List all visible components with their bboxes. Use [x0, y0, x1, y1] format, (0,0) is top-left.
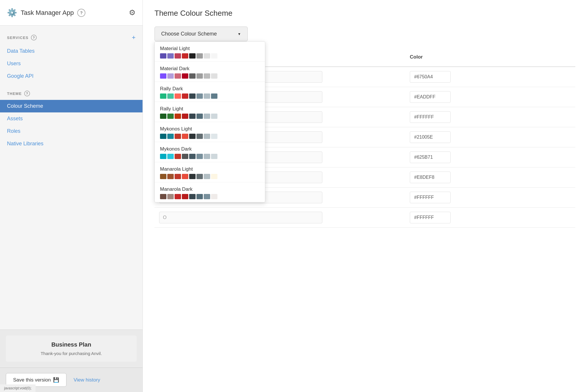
color-swatch: [167, 174, 174, 179]
color-swatch: [167, 134, 174, 139]
dropdown-item-rally-dark[interactable]: Rally Dark: [155, 82, 265, 102]
color-swatch: [182, 194, 188, 199]
color-swatch: [196, 154, 203, 159]
services-help-icon[interactable]: ?: [31, 35, 37, 40]
dropdown-item-rally-light[interactable]: Rally Light: [155, 102, 265, 122]
add-service-button[interactable]: +: [132, 34, 136, 41]
color-swatch: [189, 93, 196, 99]
color-swatch: [175, 134, 181, 139]
color-value-1: #EADDFF: [410, 91, 451, 103]
color-swatch: [204, 114, 210, 119]
sidebar-item-assets[interactable]: Assets: [0, 112, 143, 125]
dropdown-item-material-dark[interactable]: Material Dark: [155, 62, 265, 82]
color-swatch: [182, 114, 188, 119]
color-swatches: [160, 134, 260, 139]
color-swatch: [160, 73, 166, 79]
cell-color-4: #625B71: [405, 147, 575, 167]
view-history-button[interactable]: View history: [73, 377, 100, 383]
color-swatch: [204, 93, 210, 99]
scheme-name: Mykonos Dark: [160, 146, 260, 152]
dropdown-item-mykonos-light[interactable]: Mykonos Light: [155, 122, 265, 142]
sidebar-item-roles[interactable]: Roles: [0, 125, 143, 137]
color-swatches: [160, 114, 260, 119]
sidebar-item-data-tables[interactable]: Data Tables: [0, 45, 143, 57]
colour-scheme-dropdown-button[interactable]: Choose Colour Scheme ▼: [154, 27, 248, 41]
scheme-name: Material Dark: [160, 66, 260, 72]
color-swatch: [189, 154, 196, 159]
status-bar: javascript:void(0);: [0, 384, 36, 392]
plan-title: Business Plan: [12, 341, 131, 348]
color-swatch: [175, 114, 181, 119]
color-swatch: [182, 134, 188, 139]
dropdown-item-mykonos-dark[interactable]: Mykonos Dark: [155, 142, 265, 162]
color-swatch: [167, 114, 174, 119]
color-swatch: [167, 154, 174, 159]
color-swatch: [211, 134, 217, 139]
color-swatch: [211, 93, 217, 99]
color-swatch: [189, 73, 196, 79]
scheme-name: Manarola Dark: [160, 186, 260, 192]
services-section-header: SERVICES ? +: [0, 31, 143, 45]
dropdown-item-material-light[interactable]: Material Light: [155, 42, 265, 62]
color-swatch: [211, 194, 217, 199]
cell-color-5: #E8DEF8: [405, 167, 575, 187]
color-swatches: [160, 93, 260, 99]
color-swatch: [160, 194, 166, 199]
color-swatch: [189, 53, 196, 59]
color-swatch: [167, 194, 174, 199]
table-row: #FFFFFF: [154, 208, 575, 228]
sidebar-footer: Business Plan Thank-you for purchasing A…: [0, 329, 143, 368]
color-swatch: [167, 93, 174, 99]
color-swatch: [175, 53, 181, 59]
dropdown-item-manarola-light[interactable]: Manarola Light: [155, 162, 265, 182]
header-help-icon[interactable]: ?: [77, 9, 85, 17]
color-swatch: [204, 53, 210, 59]
color-value-2: #FFFFFF: [410, 111, 451, 123]
color-swatch: [196, 174, 203, 179]
sidebar-header-left: ⚙️ Task Manager App ?: [7, 8, 85, 17]
color-swatch: [182, 93, 188, 99]
color-swatch: [189, 114, 196, 119]
cell-color-2: #FFFFFF: [405, 107, 575, 127]
color-value-3: #21005E: [410, 131, 451, 143]
color-value-5: #E8DEF8: [410, 172, 451, 183]
color-swatch: [211, 114, 217, 119]
page-title: Theme Colour Scheme: [154, 9, 575, 18]
sidebar: ⚙️ Task Manager App ? ⚙ SERVICES ? + Dat…: [0, 0, 143, 392]
app-title: Task Manager App: [21, 9, 74, 17]
color-swatch: [196, 93, 203, 99]
theme-help-icon[interactable]: ?: [24, 91, 30, 96]
color-swatch: [160, 174, 166, 179]
color-swatch: [204, 154, 210, 159]
sidebar-item-colour-scheme[interactable]: Colour Scheme: [0, 100, 143, 112]
color-swatches: [160, 154, 260, 159]
name-input-7[interactable]: [159, 212, 322, 223]
main-content: Theme Colour Scheme Choose Colour Scheme…: [143, 0, 587, 392]
services-label: SERVICES: [7, 36, 29, 40]
app-icon: ⚙️: [7, 8, 17, 17]
cell-color-7: #FFFFFF: [405, 208, 575, 227]
sidebar-item-native-libraries[interactable]: Native Libraries: [0, 137, 143, 150]
color-swatch: [211, 154, 217, 159]
dropdown-item-manarola-dark[interactable]: Manarola Dark: [155, 182, 265, 202]
theme-section-header: THEME ?: [0, 88, 143, 100]
color-swatches: [160, 73, 260, 79]
color-swatch: [204, 194, 210, 199]
plan-box: Business Plan Thank-you for purchasing A…: [6, 336, 137, 362]
scheme-name: Rally Dark: [160, 86, 260, 92]
color-swatch: [196, 114, 203, 119]
color-swatch: [175, 73, 181, 79]
color-swatch: [182, 53, 188, 59]
color-swatch: [189, 174, 196, 179]
color-swatch: [182, 174, 188, 179]
cell-color-3: #21005E: [405, 127, 575, 147]
color-swatch: [196, 194, 203, 199]
sidebar-item-users[interactable]: Users: [0, 57, 143, 70]
sidebar-item-google-api[interactable]: Google API: [0, 70, 143, 82]
color-swatch: [160, 154, 166, 159]
settings-icon[interactable]: ⚙: [129, 8, 136, 17]
color-swatch: [196, 73, 203, 79]
color-swatch: [160, 53, 166, 59]
color-swatch: [204, 174, 210, 179]
color-swatches: [160, 53, 260, 59]
